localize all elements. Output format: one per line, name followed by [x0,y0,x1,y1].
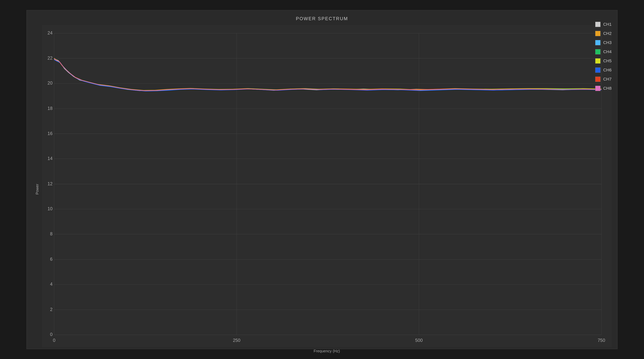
svg-text:0: 0 [53,338,55,343]
legend-label-ch4: CH4 [603,49,612,54]
svg-rect-0 [42,25,612,347]
legend-label-ch1: CH1 [603,22,612,27]
svg-text:0: 0 [50,332,52,337]
svg-text:6: 6 [50,257,52,262]
svg-text:18: 18 [48,106,52,111]
legend-item-ch2: CH2 [595,31,612,36]
legend-color-ch7 [595,76,600,82]
chart-title: POWER SPECTRUM [296,16,348,21]
svg-text:24: 24 [48,30,52,35]
chart-legend: CH1 CH2 CH3 CH4 CH5 CH6 CH7 CH8 [595,22,612,91]
legend-color-ch1 [595,22,600,27]
legend-color-ch2 [595,31,600,36]
legend-label-ch7: CH7 [603,77,612,82]
svg-text:10: 10 [48,206,52,211]
legend-item-ch7: CH7 [595,76,612,82]
legend-item-ch1: CH1 [595,22,612,27]
legend-label-ch3: CH3 [603,40,612,45]
legend-item-ch6: CH6 [595,67,612,73]
svg-text:14: 14 [48,156,52,161]
svg-text:500: 500 [415,338,423,343]
legend-item-ch3: CH3 [595,40,612,45]
legend-color-ch5 [595,58,600,64]
svg-text:12: 12 [48,181,52,186]
svg-text:22: 22 [48,55,52,60]
svg-text:4: 4 [50,282,52,287]
legend-label-ch5: CH5 [603,58,612,63]
chart-container: POWER SPECTRUM Power [26,10,618,349]
svg-text:250: 250 [233,338,240,343]
legend-label-ch8: CH8 [603,86,612,91]
legend-item-ch4: CH4 [595,49,612,54]
legend-item-ch5: CH5 [595,58,612,64]
y-axis-label: Power [35,184,40,195]
legend-item-ch8: CH8 [595,86,612,91]
svg-text:750: 750 [598,338,605,343]
legend-label-ch6: CH6 [603,68,612,72]
svg-text:8: 8 [50,231,52,236]
legend-color-ch8 [595,86,600,91]
svg-text:20: 20 [48,80,52,85]
legend-color-ch3 [595,40,600,45]
svg-text:16: 16 [48,131,52,136]
legend-label-ch2: CH2 [603,31,612,36]
svg-text:2: 2 [50,307,52,312]
x-axis-label: Frequency (Hz) [42,349,612,353]
legend-color-ch6 [595,67,600,73]
chart-plot-area: 0 2 4 6 8 10 12 14 16 18 20 22 24 [42,25,612,347]
legend-color-ch4 [595,49,600,54]
